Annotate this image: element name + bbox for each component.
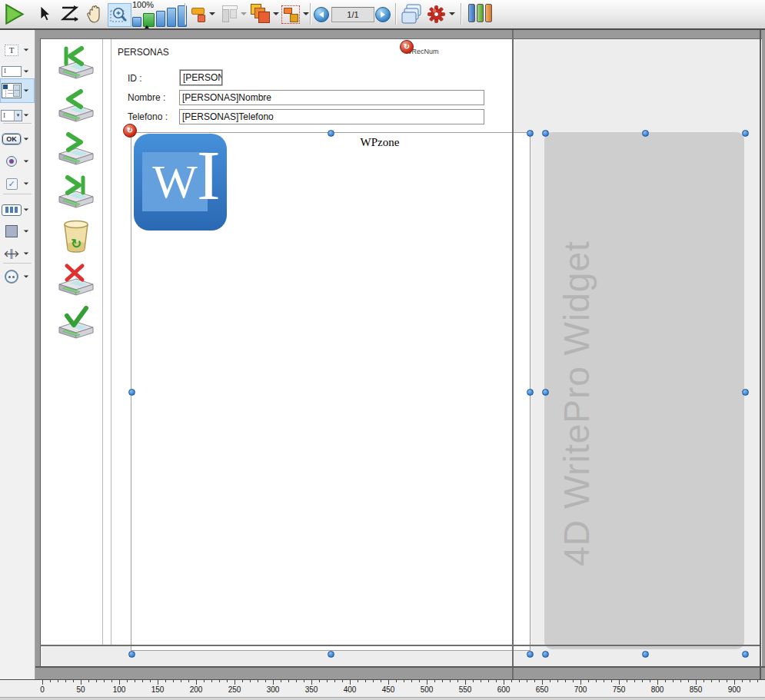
- button-tool-dropdown[interactable]: [24, 138, 28, 140]
- prev-record-icon: [57, 89, 95, 124]
- ruler-tick: [111, 680, 112, 682]
- writepro-widget-selection-handle[interactable]: [742, 651, 749, 658]
- align-icon-part: [198, 15, 205, 22]
- next-record-button[interactable]: [57, 132, 97, 168]
- combobox-tool-dropdown[interactable]: [24, 114, 28, 116]
- splitter-tool[interactable]: [1, 244, 34, 264]
- writepro-widget-selection-handle[interactable]: [542, 389, 549, 396]
- radio-tool[interactable]: [1, 151, 34, 171]
- display-pages-button[interactable]: [401, 4, 422, 28]
- wpzone-selection-handle[interactable]: [328, 651, 334, 658]
- wpzone-selection-handle[interactable]: [128, 389, 135, 396]
- ruler-tick: [442, 680, 443, 682]
- book-icon: [468, 4, 475, 22]
- writepro-widget-selection-handle[interactable]: [742, 389, 749, 396]
- selection-style-tool[interactable]: [281, 5, 300, 24]
- level-tool[interactable]: [251, 4, 271, 24]
- text-tool[interactable]: T: [1, 40, 34, 60]
- ruler-label: 50: [69, 685, 92, 694]
- zoom-bar-4[interactable]: [167, 8, 176, 27]
- previous-page-button[interactable]: [314, 7, 329, 22]
- next-page-button[interactable]: [375, 7, 391, 22]
- wpzone-selection-handle[interactable]: [527, 130, 534, 137]
- last-record-button[interactable]: [57, 175, 97, 211]
- writepro-widget-selection-handle[interactable]: [542, 130, 549, 137]
- field-input-telefono[interactable]: [PERSONAS]Telefono: [179, 109, 484, 124]
- execute-form-button[interactable]: [5, 4, 25, 25]
- move-tool[interactable]: [85, 5, 104, 24]
- ruler-tick: [750, 680, 750, 682]
- writepro-widget-selection-handle[interactable]: [542, 651, 549, 658]
- checkbox-tool-dropdown[interactable]: [24, 182, 28, 184]
- ruler-tick: [481, 680, 481, 682]
- zoom-bar-3[interactable]: [156, 11, 165, 27]
- ruler-label: 600: [492, 685, 515, 694]
- zoom-bar-5[interactable]: [178, 5, 187, 27]
- cancel-button[interactable]: [57, 263, 97, 298]
- ruler-tick: [550, 680, 550, 682]
- ruler-tick: [650, 680, 650, 682]
- toolbar: 100% 1/1: [0, 0, 765, 30]
- zoom-bar-1[interactable]: [132, 17, 141, 27]
- first-record-icon: [57, 46, 95, 81]
- distribute-icon-part: [222, 9, 229, 22]
- ruler-tick: [688, 680, 689, 682]
- rectangle-tool-dropdown[interactable]: [24, 230, 28, 232]
- ruler-tick: [304, 680, 304, 682]
- wpzone-selection-handle[interactable]: [128, 651, 135, 658]
- ruler-tick: [273, 680, 274, 685]
- entry-order-tool[interactable]: [60, 5, 80, 23]
- selection-style-dropdown[interactable]: [303, 12, 309, 15]
- field-input-id[interactable]: [PERSON: [180, 70, 222, 85]
- tab-control-tool[interactable]: [1, 200, 34, 220]
- input-tool-dropdown[interactable]: [24, 70, 28, 72]
- zoom-level-bars[interactable]: [132, 6, 187, 27]
- last-record-icon: [57, 175, 95, 211]
- wpzone-selection-handle[interactable]: [328, 130, 334, 137]
- zoom-tool[interactable]: [108, 3, 131, 27]
- wpzone-selection-handle[interactable]: [527, 389, 534, 396]
- align-dropdown[interactable]: [209, 12, 215, 15]
- select-tool[interactable]: [38, 5, 51, 22]
- validate-button[interactable]: [57, 306, 97, 341]
- ruler-tick: [65, 680, 66, 682]
- writepro-widget-selection-handle[interactable]: [642, 651, 649, 658]
- ruler-tick: [319, 680, 320, 682]
- ruler-label: 400: [338, 685, 361, 694]
- text-tool-dropdown[interactable]: [24, 48, 28, 51]
- ruler-label: 200: [185, 685, 208, 694]
- previous-record-button[interactable]: [57, 89, 97, 124]
- first-record-button[interactable]: [57, 46, 97, 81]
- plugin-area-tool-dropdown[interactable]: [24, 275, 28, 277]
- segmented-tool-icon: [1, 204, 22, 216]
- text-tool-icon: T: [1, 45, 22, 56]
- preferences-dropdown[interactable]: [449, 12, 455, 15]
- hand-icon: [85, 5, 104, 24]
- ruler-tick: [757, 680, 758, 682]
- ruler-tick: [565, 680, 566, 682]
- wpzone-selection-handle[interactable]: [527, 651, 534, 658]
- ruler-label: 750: [607, 685, 630, 694]
- splitter-tool-dropdown[interactable]: [24, 252, 28, 254]
- listbox-tool[interactable]: [1, 79, 34, 102]
- tab-control-tool-dropdown[interactable]: [24, 208, 28, 211]
- writepro-widget-selection-handle[interactable]: [742, 130, 749, 137]
- delete-record-button[interactable]: ↻: [57, 218, 97, 254]
- ruler-label: 350: [300, 685, 323, 694]
- ruler-tick: [557, 680, 558, 682]
- level-dropdown[interactable]: [273, 12, 279, 15]
- preferences-button[interactable]: [427, 5, 445, 26]
- button-tool[interactable]: OK: [1, 129, 34, 149]
- listbox-tool-dropdown[interactable]: [24, 89, 28, 91]
- ruler-tick: [127, 680, 128, 682]
- writepro-widget-selection-handle[interactable]: [642, 130, 649, 137]
- library-button[interactable]: [468, 4, 492, 22]
- plugin-area-tool[interactable]: [1, 267, 34, 287]
- ruler-tick: [534, 680, 535, 682]
- radio-tool-dropdown[interactable]: [24, 160, 28, 162]
- align-tool[interactable]: [191, 6, 207, 22]
- ruler-tick: [719, 680, 720, 682]
- rectangle-tool[interactable]: [1, 221, 34, 241]
- checkbox-tool[interactable]: ✓: [1, 174, 34, 194]
- field-input-nombre[interactable]: [PERSONAS]Nombre: [179, 90, 484, 105]
